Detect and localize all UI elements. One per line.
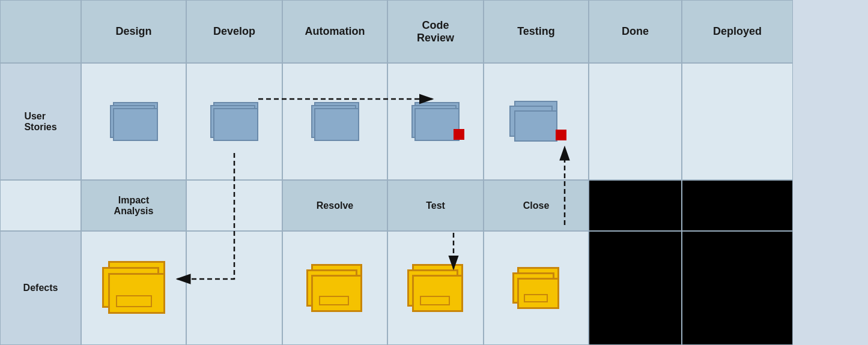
header-develop: Develop [186,0,282,63]
card-3 [514,110,557,142]
defects-resolve-cell [282,231,387,345]
dcard-inner [116,295,152,307]
header-empty [0,0,81,63]
header-code-review: Code Review [387,0,484,63]
stories-automation-cards [311,102,359,141]
dcard-inner [319,296,349,305]
header-testing: Testing [484,0,589,63]
defects-test-cell [387,231,484,345]
defects-develop-empty [186,231,282,345]
dcard-inner [524,294,548,302]
defects-close-cards [512,267,560,309]
stories-done-cell [589,63,682,180]
red-indicator-testing [556,130,566,140]
stories-design-cell [81,63,186,180]
card-3 [314,108,359,141]
subheader-resolve: Resolve [282,180,387,231]
card-3 [113,108,158,141]
stories-develop-cards [210,102,258,141]
header-automation: Automation [282,0,387,63]
defects-close-cell [484,231,589,345]
stories-codereview-cards [411,102,460,141]
defects-label-cell: Defects [0,231,81,345]
defects-impact-cards [102,261,165,315]
stories-testing-cards [509,101,563,143]
subheader-test: Test [387,180,484,231]
stories-automation-cell [282,63,387,180]
dcard-3 [311,275,362,312]
defects-subheader-empty [0,180,81,231]
dcard-3 [108,273,165,314]
defects-subheader-col2 [186,180,282,231]
red-indicator-codereview [454,129,464,140]
dcard-3 [412,275,463,312]
header-done: Done [589,0,682,63]
stories-label-cell: User Stories [0,63,81,180]
stories-testing-cell [484,63,589,180]
card-3 [414,108,460,141]
defects-resolve-cards [306,264,363,312]
defects-label: Defects [23,283,58,293]
header-design: Design [81,0,186,63]
subheader-close: Close [484,180,589,231]
stories-design-cards [110,102,158,141]
grid: Design Develop Automation Code Review Te… [0,0,868,345]
defects-deployed-black [682,231,793,345]
dcard-inner [420,296,450,305]
stories-deployed-cell [682,63,793,180]
defects-done-black [589,231,682,345]
dcard-3 [517,278,559,309]
defects-test-cards [407,264,464,312]
subheader-impact: Impact Analysis [81,180,186,231]
defects-subheader-deployed [682,180,793,231]
header-deployed: Deployed [682,0,793,63]
stories-codereview-cell [387,63,484,180]
stories-label: User Stories [24,111,56,133]
defects-impact-cell [81,231,186,345]
kanban-board: Design Develop Automation Code Review Te… [0,0,868,345]
card-3 [213,108,258,141]
stories-develop-cell [186,63,282,180]
defects-subheader-done [589,180,682,231]
